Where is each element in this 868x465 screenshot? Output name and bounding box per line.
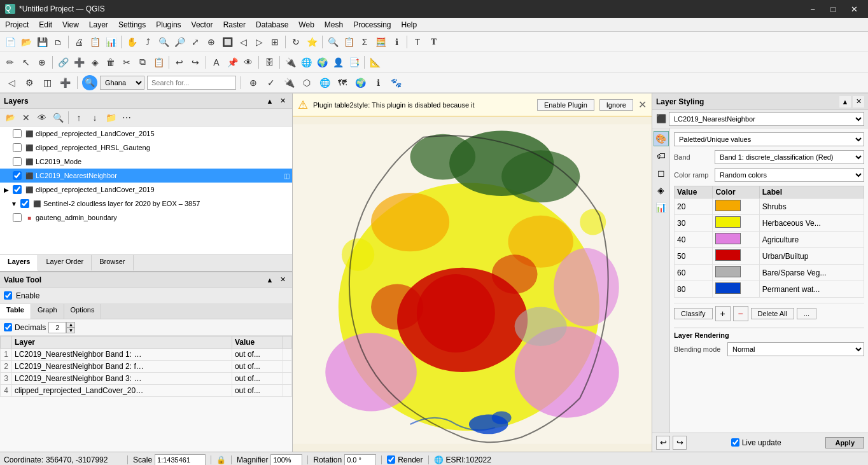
layer-check-1[interactable] (13, 143, 22, 152)
left-panel-toggle[interactable]: ◁ (4, 75, 19, 90)
value-tool-close[interactable]: ✕ (277, 274, 288, 286)
statistic-button[interactable]: Σ (357, 34, 372, 50)
layer-check-3[interactable] (13, 171, 22, 180)
ct-color-40[interactable] (713, 232, 759, 248)
map-area[interactable]: ⚠ Plugin table2style: This plugin is dis… (293, 94, 652, 452)
menu-web[interactable]: Web (293, 19, 319, 31)
save-project-button[interactable]: 💾 (34, 34, 50, 50)
bookmark-button[interactable]: ⭐ (304, 34, 319, 50)
layer-overview-button[interactable]: ◫ (39, 75, 55, 90)
toolbar-extra-9[interactable]: 🐾 (388, 75, 403, 90)
node-tool-button[interactable]: ◈ (87, 55, 102, 70)
vt-decimals-down[interactable]: ▼ (66, 328, 75, 333)
layer-item-3[interactable]: ⬛ LC2019_NearestNeighbor ◫ (0, 169, 292, 183)
add-feature-button[interactable]: ➕ (71, 55, 87, 70)
rp-3d-btn[interactable]: ◈ (654, 183, 669, 198)
rp-color-ramp-select[interactable]: Random colors (715, 168, 864, 182)
refresh-button[interactable]: ↻ (288, 34, 304, 50)
layer-item-2[interactable]: ⬛ LC2019_Mode (0, 155, 292, 169)
plugin1-button[interactable]: 🔌 (283, 55, 298, 70)
show-label-button[interactable]: 👁 (241, 55, 256, 70)
cut-feature-button[interactable]: ✂ (119, 55, 134, 70)
menu-processing[interactable]: Processing (348, 19, 396, 31)
menu-settings[interactable]: Settings (113, 19, 151, 31)
rp-blend-combo[interactable]: Normal (727, 342, 864, 356)
toolbar-extra-6[interactable]: 🗺 (335, 75, 350, 90)
redo-button[interactable]: ↪ (188, 55, 203, 70)
zoom-selection-button[interactable]: 🔲 (220, 34, 235, 50)
menu-view[interactable]: View (57, 19, 84, 31)
rp-sym-btn[interactable]: 🎨 (654, 131, 669, 146)
menu-edit[interactable]: Edit (34, 19, 57, 31)
menu-raster[interactable]: Raster (218, 19, 251, 31)
minimize-button[interactable]: − (806, 3, 821, 15)
apply-button[interactable]: Apply (825, 437, 864, 448)
db-manager-button[interactable]: 🗄 (262, 55, 277, 70)
ignore-button[interactable]: Ignore (599, 99, 633, 111)
info-button[interactable]: ℹ (389, 34, 404, 50)
value-tool-expand[interactable]: ▲ (264, 274, 276, 286)
remove-layer-button[interactable]: ✕ (18, 110, 34, 125)
menu-help[interactable]: Help (396, 19, 423, 31)
digitize-button[interactable]: ✏ (3, 55, 18, 70)
toolbar-extra-4[interactable]: ⬡ (299, 75, 314, 90)
copy-feature-button[interactable]: ⧉ (135, 55, 150, 70)
rp-close-btn[interactable]: ✕ (853, 96, 864, 108)
panel-settings-button[interactable]: ⚙ (22, 75, 37, 90)
calculator-button[interactable]: 🧮 (373, 34, 388, 50)
menu-vector[interactable]: Vector (186, 19, 218, 31)
layer-check-4[interactable] (13, 185, 22, 194)
delete-all-button[interactable]: Delete All (751, 308, 794, 319)
tab-browser[interactable]: Browser (92, 255, 133, 271)
vt-decimals-check[interactable] (4, 323, 12, 331)
rp-diagram-btn[interactable]: 📊 (654, 200, 669, 215)
layer-group-button[interactable]: 📁 (103, 110, 118, 125)
menu-database[interactable]: Database (251, 19, 293, 31)
print-button[interactable]: 🖨 (71, 34, 87, 50)
layer-visibility-button[interactable]: 👁 (34, 110, 50, 125)
print-layout-button[interactable]: 📋 (87, 34, 102, 50)
delete-feature-button[interactable]: 🗑 (103, 55, 118, 70)
rp-redo-btn[interactable]: ↪ (673, 436, 687, 450)
move-button[interactable]: ⊕ (34, 55, 50, 70)
undo-button[interactable]: ↩ (172, 55, 187, 70)
layer-up-button[interactable]: ↑ (71, 110, 87, 125)
zoom-prev-button[interactable]: ◁ (235, 34, 251, 50)
menu-project[interactable]: Project (0, 19, 34, 31)
menu-layer[interactable]: Layer (84, 19, 113, 31)
rp-label-btn[interactable]: 🏷 (654, 148, 669, 163)
plugin4-button[interactable]: 👤 (330, 55, 346, 70)
vt-enable-check[interactable] (4, 291, 12, 300)
layer-item-6[interactable]: ■ gauteng_admin_boundary (0, 211, 292, 225)
rp-layer-combo[interactable]: LC2019_NearestNeighbor (669, 112, 864, 126)
layers-panel-close[interactable]: ✕ (277, 95, 288, 107)
zoom-layer-button[interactable]: ⊕ (204, 34, 219, 50)
layer-item-1[interactable]: ⬛ clipped_reprojected_HRSL_Gauteng (0, 141, 292, 155)
pin-label-button[interactable]: 📌 (225, 55, 240, 70)
layer-filter-button[interactable]: 🔍 (50, 110, 66, 125)
layer-check-6[interactable] (13, 213, 22, 222)
location-select[interactable]: Ghana (100, 76, 144, 90)
new-project-button[interactable]: 📄 (3, 34, 18, 50)
report-button[interactable]: 📊 (103, 34, 118, 50)
layer-check-5[interactable] (20, 199, 29, 208)
plugin2-button[interactable]: 🌐 (298, 55, 314, 70)
select-button[interactable]: ↖ (18, 55, 34, 70)
layer-more-button[interactable]: ⋯ (119, 110, 134, 125)
layer-down-button[interactable]: ↓ (87, 110, 102, 125)
tab-layer-order[interactable]: Layer Order (38, 255, 92, 271)
ct-color-80[interactable] (713, 281, 759, 298)
render-check[interactable] (387, 455, 395, 464)
save-as-button[interactable]: 🗅 (50, 34, 66, 50)
georef-button[interactable]: 📐 (367, 55, 382, 70)
maximize-button[interactable]: □ (825, 3, 841, 15)
magnifier-input[interactable] (270, 454, 302, 466)
pan-button[interactable]: ✋ (124, 34, 139, 50)
rp-band-select[interactable]: Band 1: discrete_classification (Red) (715, 150, 864, 164)
menu-plugins[interactable]: Plugins (151, 19, 186, 31)
new-layer-button[interactable]: ➕ (57, 75, 73, 90)
zoom-native-button[interactable]: ⊞ (267, 34, 283, 50)
vt-tab-graph[interactable]: Graph (31, 304, 64, 319)
rp-undo-btn[interactable]: ↩ (656, 436, 670, 450)
toolbar-extra-3[interactable]: 🔌 (281, 75, 297, 90)
